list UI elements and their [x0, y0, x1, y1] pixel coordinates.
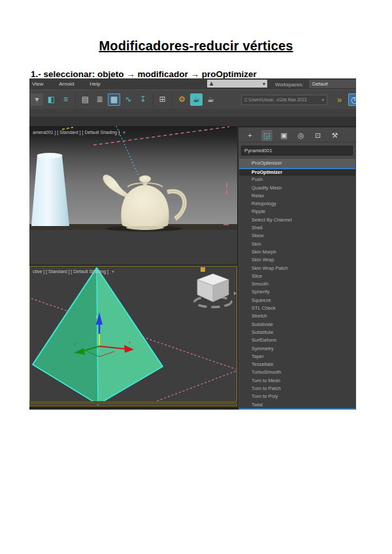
modifier-item-turn-to-patch[interactable]: Turn to Patch	[239, 385, 355, 393]
modifier-item-push[interactable]: Push	[239, 176, 355, 184]
modifier-item-smooth[interactable]: Smooth	[239, 280, 355, 288]
modifier-item-taper[interactable]: Taper	[239, 353, 355, 361]
menu-item-view[interactable]: View	[32, 81, 43, 87]
modifier-item-skin[interactable]: Skin	[239, 240, 355, 248]
modifier-item-select-by-channel[interactable]: Select By Channel	[239, 216, 355, 224]
layer-explorer-icon[interactable]: ≣	[93, 93, 106, 106]
viewport-label-text: amera001 ] [ Standard ] [ Default Shadin…	[33, 130, 120, 135]
command-panel: +◲▣◎⊡⚒ Pyramid001 ProOptimizer ProOptimi…	[237, 127, 356, 410]
workspaces-dropdown[interactable]: Default	[309, 80, 356, 88]
menu-item-arnold[interactable]: Arnold	[59, 81, 74, 87]
page-title: Modificadores-reducir vértices	[0, 39, 392, 54]
project-folder-dropdown[interactable]: C:\Users\Usuar...s\3ds Max 2023 ▾	[241, 95, 327, 105]
chevron-down-icon: ▾	[322, 95, 324, 105]
filter-funnel-icon[interactable]: ▼	[122, 131, 126, 135]
object-name-field[interactable]: Pyramid001	[241, 146, 353, 155]
display-tab-icon[interactable]: ⊡	[312, 130, 323, 141]
main-toolbar: ▾◧≡▤≣▦∿↧⊞⚙☕☕ C:\Users\Usuar...s\3ds Max …	[29, 90, 356, 109]
align-icon[interactable]: ≡	[59, 93, 72, 106]
mirror-icon[interactable]: ◧	[45, 93, 57, 106]
modifier-item-slice[interactable]: Slice	[239, 272, 355, 280]
modifier-item-surfdeform[interactable]: SurfDeform	[239, 336, 355, 344]
camera-viewport-canvas[interactable]	[29, 126, 237, 265]
svg-text:x: x	[129, 340, 131, 344]
hierarchy-tab-icon[interactable]: ▣	[278, 130, 289, 141]
toolbar-icons: ▾◧≡▤≣▦∿↧⊞⚙☕☕	[31, 93, 217, 106]
utilities-tab-icon[interactable]: ⚒	[329, 130, 340, 141]
toolbar-right-icons: »◷»	[333, 93, 356, 106]
menu-bar: ViewArnoldHelp	[29, 78, 356, 90]
modifier-item-turn-to-poly[interactable]: Turn to Poly	[239, 393, 355, 400]
curve-editor-icon[interactable]: ∿	[122, 93, 135, 106]
viewport-perspective-label[interactable]: ctive ] [ Standard ] [ Default Shading ]…	[33, 269, 115, 274]
modifier-item-squeeze[interactable]: Squeeze	[239, 297, 355, 304]
menu-item-help[interactable]: Help	[90, 81, 100, 87]
svg-text:z: z	[95, 315, 97, 319]
teapot-object[interactable]	[103, 174, 185, 231]
below-horizon	[29, 230, 237, 265]
viewcube-menu-arrow[interactable]	[234, 291, 237, 295]
modifier-item-retopology[interactable]: Retopology	[239, 200, 355, 208]
viewport-camera-label[interactable]: amera001 ] [ Standard ] [ Default Shadin…	[33, 130, 126, 135]
user-icon: ♟	[209, 81, 214, 87]
viewport-perspective-active[interactable]: ctive ] [ Standard ] [ Default Shading ]…	[29, 266, 237, 406]
command-panel-tabs: +◲▣◎⊡⚒	[238, 129, 356, 142]
toolbar-separator	[75, 93, 76, 106]
modifier-item-tessellate[interactable]: Tessellate	[239, 361, 355, 368]
dope-sheet-icon[interactable]: ↧	[137, 93, 149, 106]
render-history-icon[interactable]: ◷	[348, 93, 356, 106]
step-instruction: 1.- seleccionar: objeto → modificador → …	[31, 69, 257, 79]
camera-cone-line	[150, 371, 236, 404]
modifier-item-subdivide[interactable]: Subdivide	[239, 321, 355, 329]
modifier-item-stretch[interactable]: Stretch	[239, 312, 355, 320]
toolbar-lower-strip	[29, 109, 356, 118]
maxscript-editor-icon[interactable]: ⊞	[156, 93, 169, 106]
modifier-item-skin-wrap[interactable]: Skin Wrap	[239, 256, 355, 264]
modifier-item-twist[interactable]: Twist	[239, 401, 355, 409]
sign-in-button[interactable]: ♟ ▾	[207, 80, 267, 88]
modifier-item-shell[interactable]: Shell	[239, 224, 355, 232]
3dsmax-screenshot: ViewArnoldHelp ♟ ▾ Workspaces: Default ▾…	[29, 78, 356, 410]
modifier-item-skin-morph[interactable]: Skin Morph	[239, 248, 355, 256]
viewport-label-text: ctive ] [ Standard ] [ Default Shading ]	[33, 269, 108, 274]
modifier-item-prooptimizer[interactable]: ProOptimizer	[239, 168, 355, 176]
viewport-camera[interactable]: amera001 ] [ Standard ] [ Default Shadin…	[29, 126, 237, 265]
perspective-viewport-canvas[interactable]: z x y	[29, 266, 237, 406]
modifier-item-stl-check[interactable]: STL Check	[239, 304, 355, 312]
modifier-item-spherify[interactable]: Spherify	[239, 288, 355, 296]
modifier-dropdown-open-list: ProOptimizerPushQuadify MeshRelaxRetopol…	[239, 168, 355, 410]
workspaces-label: Workspaces:	[275, 82, 303, 88]
pyramid-object[interactable]	[33, 268, 163, 404]
render-setup-icon[interactable]: ⚙	[176, 93, 188, 106]
create-tab-icon[interactable]: +	[244, 130, 255, 141]
viewport-top-strip	[29, 118, 356, 126]
scene-explorer-icon[interactable]: ▤	[79, 93, 91, 106]
cone-object[interactable]	[31, 153, 69, 226]
toolbar-flyout-arrow-icon[interactable]: ▾	[31, 93, 43, 106]
modifier-item-quadify-mesh[interactable]: Quadify Mesh	[239, 184, 355, 192]
toolbar-overflow-icon[interactable]: »	[333, 93, 346, 106]
viewcube-home-icon[interactable]	[201, 267, 205, 272]
modifier-item-symmetry[interactable]: Symmetry	[239, 345, 355, 353]
modifier-item-skew[interactable]: Skew	[239, 232, 355, 240]
render-production-icon[interactable]: ☕	[204, 93, 217, 106]
modifier-item-relax[interactable]: Relax	[239, 192, 355, 200]
viewcube[interactable]	[195, 274, 237, 307]
modifier-item-ripple[interactable]: Ripple	[239, 208, 355, 216]
toolbar-separator	[172, 93, 172, 106]
rendered-frame-window-icon[interactable]: ☕	[190, 93, 203, 106]
modifier-item-skin-wrap-patch[interactable]: Skin Wrap Patch	[239, 265, 355, 272]
modifier-item-turn-to-mesh[interactable]: Turn to Mesh	[239, 377, 355, 385]
project-path-text: C:\Users\Usuar...s\3ds Max 2023	[244, 95, 306, 105]
modifier-item-substitute[interactable]: Substitute	[239, 329, 355, 336]
filter-funnel-icon[interactable]: ▼	[111, 270, 115, 274]
toolbar-separator	[152, 93, 153, 106]
ground-plane	[29, 401, 237, 404]
modify-tab-icon[interactable]: ◲	[261, 130, 272, 141]
modifier-item-turbosmooth[interactable]: TurboSmooth	[239, 368, 355, 376]
motion-tab-icon[interactable]: ◎	[295, 130, 306, 141]
svg-text:y: y	[74, 342, 76, 346]
modifier-list-dropdown[interactable]: ProOptimizer	[239, 159, 355, 168]
ribbon-toggle-icon[interactable]: ▦	[108, 93, 120, 106]
selection-dash	[62, 127, 73, 129]
